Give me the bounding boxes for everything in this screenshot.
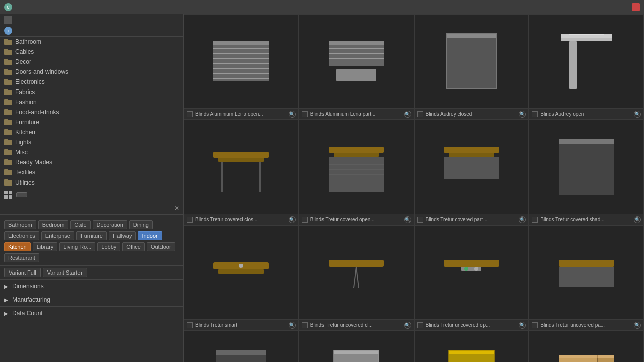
sidebar-item-furniture[interactable]: Furniture	[0, 117, 183, 127]
filter-group-header-data count[interactable]: ▶ Data Count	[0, 307, 183, 320]
tag-living-ro---[interactable]: Living Ro...	[59, 242, 95, 251]
variant-variant-starter[interactable]: Variant Starter	[43, 268, 87, 277]
close-button[interactable]	[632, 3, 640, 11]
tag-electronics[interactable]: Electronics	[4, 231, 39, 240]
grid-item-1[interactable]: Blinds Aluminium Lena part...🔍	[299, 14, 414, 120]
grid-item-6[interactable]: Blinds Tretur covered part...🔍	[414, 120, 529, 225]
sidebar-item-interniq[interactable]: i	[0, 25, 183, 36]
folder-icon	[4, 99, 12, 105]
item-checkbox-9[interactable]	[302, 322, 308, 328]
item-search-icon-1[interactable]: 🔍	[404, 111, 411, 118]
spawn-all-button[interactable]	[16, 192, 27, 197]
tag-library[interactable]: Library	[33, 242, 58, 251]
grid-item-4[interactable]: Blinds Tretur covered clos...🔍	[184, 120, 299, 225]
item-search-icon-11[interactable]: 🔍	[634, 322, 641, 329]
svg-rect-59	[559, 355, 614, 358]
item-checkbox-5[interactable]	[302, 217, 308, 223]
item-footer-7: Blinds Tretur covered shad...🔍	[529, 214, 643, 225]
item-search-icon-6[interactable]: 🔍	[519, 216, 526, 223]
tags-section: BathroomBedroomCafeDecorationDiningElect…	[0, 215, 183, 266]
grid-item-12[interactable]: Blinds Tretur uncovered sh...🔍	[184, 331, 299, 362]
svg-rect-38	[218, 269, 264, 274]
tag-indoor[interactable]: Indoor	[138, 231, 162, 240]
item-search-icon-3[interactable]: 🔍	[634, 111, 641, 118]
item-label-9: Blinds Tretur uncovered cl...	[310, 322, 404, 328]
tag-enterprise[interactable]: Enterprise	[41, 231, 74, 240]
filters-close-button[interactable]: ✕	[174, 205, 179, 212]
sidebar-item-textiles[interactable]: Textiles	[0, 167, 183, 177]
grid-item-8[interactable]: Blinds Tretur smart🔍	[184, 225, 299, 331]
sidebar-item-ready-mades[interactable]: Ready Mades	[0, 157, 183, 167]
svg-rect-48	[559, 267, 614, 287]
item-checkbox-6[interactable]	[417, 217, 423, 223]
sidebar-item-fabrics[interactable]: Fabrics	[0, 87, 183, 97]
sidebar-item-cables[interactable]: Cables	[0, 47, 183, 57]
item-search-icon-7[interactable]: 🔍	[634, 216, 641, 223]
svg-rect-27	[334, 153, 379, 157]
variant-variant-full[interactable]: Variant Full	[4, 268, 41, 277]
filter-group-data count: ▶ Data Count	[0, 307, 183, 320]
tag-kitchen[interactable]: Kitchen	[4, 242, 31, 251]
sidebar-item-misc[interactable]: Misc	[0, 147, 183, 157]
tag-office[interactable]: Office	[122, 242, 145, 251]
tag-bathroom[interactable]: Bathroom	[4, 220, 36, 229]
item-search-icon-5[interactable]: 🔍	[404, 216, 411, 223]
sidebar-item-fashion[interactable]: Fashion	[0, 97, 183, 107]
tag-lobby[interactable]: Lobby	[97, 242, 120, 251]
tag-hallway[interactable]: Hallway	[109, 231, 136, 240]
grid-item-2[interactable]: Blinds Audrey closed🔍	[414, 14, 529, 120]
tag-outdoor[interactable]: Outdoor	[147, 242, 175, 251]
sidebar-item-bathroom[interactable]: Bathroom	[0, 37, 183, 47]
svg-rect-26	[329, 147, 384, 153]
sidebar-item-decor[interactable]: Decor	[0, 57, 183, 67]
item-checkbox-10[interactable]	[417, 322, 423, 328]
grid-item-13[interactable]: Blinds Vivienne closed🔍	[299, 331, 414, 362]
item-footer-4: Blinds Tretur covered clos...🔍	[184, 214, 298, 225]
grid-item-11[interactable]: Blinds Tretur uncovered pa...🔍	[529, 225, 644, 331]
item-search-icon-4[interactable]: 🔍	[289, 216, 296, 223]
item-search-icon-10[interactable]: 🔍	[519, 322, 526, 329]
grid-item-10[interactable]: Blinds Tretur uncovered op...🔍	[414, 225, 529, 331]
item-checkbox-11[interactable]	[532, 322, 538, 328]
item-thumbnail-1	[299, 15, 414, 108]
sidebar-item-food-and-drinks[interactable]: Food-and-drinks	[0, 107, 183, 117]
item-checkbox-1[interactable]	[302, 111, 308, 117]
sidebar-top: i	[0, 14, 183, 37]
sidebar-item-kitchen[interactable]: Kitchen	[0, 127, 183, 137]
tag-restaurant[interactable]: Restaurant	[4, 253, 39, 262]
grid-item-9[interactable]: Blinds Tretur uncovered cl...🔍	[299, 225, 414, 331]
item-checkbox-4[interactable]	[187, 217, 193, 223]
item-search-icon-8[interactable]: 🔍	[289, 322, 296, 329]
item-checkbox-7[interactable]	[532, 217, 538, 223]
sidebar-item-all[interactable]	[0, 14, 183, 25]
tag-decoration[interactable]: Decoration	[93, 220, 127, 229]
tag-dining[interactable]: Dining	[129, 220, 153, 229]
item-checkbox-3[interactable]	[532, 111, 538, 117]
item-search-icon-0[interactable]: 🔍	[289, 111, 296, 118]
item-checkbox-0[interactable]	[187, 111, 193, 117]
sidebar-item-utilities[interactable]: Utilities	[0, 177, 183, 188]
tag-furniture[interactable]: Furniture	[76, 231, 107, 240]
sidebar-item-lights[interactable]: Lights	[0, 137, 183, 147]
sidebar-item-electronics[interactable]: Electronics	[0, 77, 183, 87]
grid-item-15[interactable]: Cabinet Base Alba corner l...🔍	[529, 331, 644, 362]
filter-group-header-manufacturing[interactable]: ▶ Manufacturing	[0, 293, 183, 306]
folder-icon	[4, 39, 12, 45]
item-search-icon-9[interactable]: 🔍	[404, 322, 411, 329]
item-footer-9: Blinds Tretur uncovered cl...🔍	[299, 319, 414, 330]
item-checkbox-2[interactable]	[417, 111, 423, 117]
sidebar-item-doors-and-windows[interactable]: Doors-and-windows	[0, 67, 183, 77]
grid-item-0[interactable]: Blinds Aluminium Lena open...🔍	[184, 14, 299, 120]
svg-rect-33	[449, 153, 494, 157]
grid-item-5[interactable]: Blinds Tretur covered open...🔍	[299, 120, 414, 225]
grid-item-14[interactable]: Blinds Vivienne open🔍	[414, 331, 529, 362]
grid-item-3[interactable]: Blinds Audrey open🔍	[529, 14, 644, 120]
item-checkbox-8[interactable]	[187, 322, 193, 328]
tag-cafe[interactable]: Cafe	[70, 220, 90, 229]
folder-icon	[4, 59, 12, 65]
item-search-icon-2[interactable]: 🔍	[519, 111, 526, 118]
item-footer-0: Blinds Aluminium Lena open...🔍	[184, 108, 298, 119]
grid-item-7[interactable]: Blinds Tretur covered shad...🔍	[529, 120, 644, 225]
filter-group-header-dimensions[interactable]: ▶ Dimensions	[0, 280, 183, 293]
tag-bedroom[interactable]: Bedroom	[38, 220, 69, 229]
